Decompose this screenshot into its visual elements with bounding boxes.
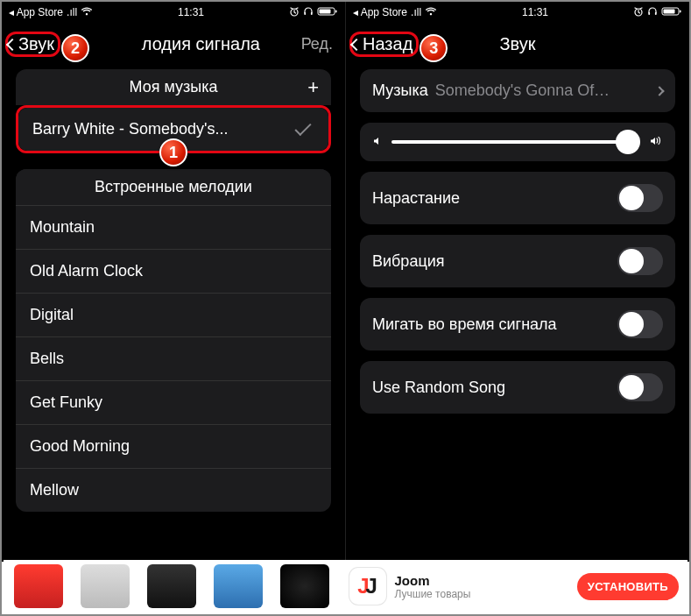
back-button[interactable]: Назад 3 xyxy=(349,32,419,57)
chevron-left-icon xyxy=(350,38,363,50)
nav-bar: Звук 2 лодия сигнала Ред. xyxy=(2,23,345,69)
builtin-header: Встроенные мелодии xyxy=(16,169,331,205)
svg-rect-5 xyxy=(335,10,337,12)
ad-product-watch xyxy=(280,564,329,608)
back-label: Звук xyxy=(18,34,54,54)
phones-row: ◂ App Store .ıll 11:31 xyxy=(2,2,689,562)
wifi-icon xyxy=(425,6,437,18)
ad-product-earbuds-red xyxy=(14,564,63,608)
status-time: 11:31 xyxy=(178,6,204,18)
random-row: Use Random Song xyxy=(360,361,675,414)
joom-subtitle: Лучшие товары xyxy=(395,588,568,600)
volume-slider-row xyxy=(360,123,675,161)
ad-product-earbuds-black xyxy=(147,564,196,608)
flash-row: Мигать во время сигнала xyxy=(360,298,675,350)
marker-2: 2 xyxy=(61,34,89,62)
rise-label: Нарастание xyxy=(372,189,460,208)
phone-right: ◂ App Store .ıll 11:31 xyxy=(346,2,689,562)
alarm-icon xyxy=(633,6,644,19)
music-row[interactable]: Музыка Somebody's Gonna Off... xyxy=(360,69,675,112)
status-right xyxy=(633,6,682,19)
random-label: Use Random Song xyxy=(372,379,505,397)
svg-rect-4 xyxy=(319,9,330,13)
vibration-switch[interactable] xyxy=(617,247,663,275)
builtin-list: Встроенные мелодии Mountain Old Alarm Cl… xyxy=(16,169,331,512)
back-button[interactable]: Звук 2 xyxy=(5,32,60,57)
joom-name: Joom xyxy=(395,573,568,588)
joom-logo-icon: JJ xyxy=(349,568,386,605)
list-item[interactable]: Good Morning xyxy=(16,424,331,468)
flash-label: Мигать во время сигнала xyxy=(372,315,557,334)
selected-song-highlight: Barry White - Somebody's... 1 xyxy=(16,105,331,153)
list-item[interactable]: Bells xyxy=(16,336,331,380)
back-to-appstore[interactable]: ◂ App Store xyxy=(9,6,63,18)
status-left: ◂ App Store .ıll xyxy=(353,6,437,18)
status-bar: ◂ App Store .ıll 11:31 xyxy=(2,2,345,23)
svg-rect-7 xyxy=(648,12,650,15)
chevron-right-icon xyxy=(654,86,664,96)
add-music-button[interactable]: + xyxy=(307,76,319,99)
back-to-appstore[interactable]: ◂ App Store xyxy=(353,6,407,18)
marker-3: 3 xyxy=(420,34,448,62)
wifi-icon xyxy=(81,6,93,18)
flash-switch[interactable] xyxy=(617,310,663,338)
alarm-icon xyxy=(289,6,300,19)
install-button[interactable]: УСТАНОВИТЬ xyxy=(577,573,679,600)
battery-icon xyxy=(317,6,338,19)
marker-1: 1 xyxy=(159,138,187,166)
list-item[interactable]: Mountain xyxy=(16,205,331,249)
music-label: Музыка xyxy=(372,81,428,100)
list-item[interactable]: Get Funky xyxy=(16,380,331,424)
svg-rect-2 xyxy=(311,12,313,15)
music-value: Somebody's Gonna Off... xyxy=(435,81,610,100)
volume-slider[interactable] xyxy=(391,140,640,144)
signal-icon: .ıll xyxy=(67,6,77,18)
rise-row: Нарастание xyxy=(360,172,675,224)
ad-product-charger xyxy=(81,564,130,608)
vibration-label: Вибрация xyxy=(372,252,445,271)
joom-text: Joom Лучшие товары xyxy=(395,573,568,600)
svg-rect-8 xyxy=(655,12,657,15)
my-music-header: Моя музыка + xyxy=(16,69,331,105)
canvas: ◂ App Store .ıll 11:31 xyxy=(0,0,691,616)
nav-title: Звук xyxy=(499,34,535,54)
chevron-left-icon xyxy=(6,38,18,50)
svg-rect-1 xyxy=(304,12,306,15)
edit-button[interactable]: Ред. xyxy=(301,35,342,53)
svg-rect-10 xyxy=(663,9,674,13)
headphones-icon xyxy=(647,6,658,19)
rise-switch[interactable] xyxy=(617,184,663,212)
checkmark-icon xyxy=(294,119,311,136)
nav-title: лодия сигнала xyxy=(142,34,260,54)
builtin-header-label: Встроенные мелодии xyxy=(95,178,252,195)
status-time: 11:31 xyxy=(522,6,548,18)
signal-icon: .ıll xyxy=(411,6,421,18)
speaker-low-icon xyxy=(372,135,383,149)
status-left: ◂ App Store .ıll xyxy=(9,6,93,18)
list-item[interactable]: Digital xyxy=(16,293,331,336)
phone-left: ◂ App Store .ıll 11:31 xyxy=(2,2,346,562)
vibration-row: Вибрация xyxy=(360,235,675,287)
status-bar: ◂ App Store .ıll 11:31 xyxy=(346,2,689,23)
list-item[interactable]: Old Alarm Clock xyxy=(16,249,331,293)
battery-icon xyxy=(661,6,682,19)
headphones-icon xyxy=(303,6,314,19)
random-switch[interactable] xyxy=(617,373,663,401)
ad-product-headphones xyxy=(214,564,263,608)
list-item[interactable]: Mellow xyxy=(16,468,331,512)
speaker-high-icon xyxy=(649,135,663,149)
song-title: Barry White - Somebody's... xyxy=(32,120,229,138)
svg-rect-11 xyxy=(680,10,681,12)
slider-thumb[interactable] xyxy=(616,130,640,154)
back-label: Назад xyxy=(363,34,412,54)
ad-products[interactable] xyxy=(4,560,341,612)
status-right xyxy=(289,6,338,19)
my-music-header-label: Моя музыка xyxy=(129,78,217,96)
nav-bar: Назад 3 Звук xyxy=(346,23,689,69)
ad-joom[interactable]: JJ Joom Лучшие товары УСТАНОВИТЬ xyxy=(341,560,688,612)
ad-banner: JJ Joom Лучшие товары УСТАНОВИТЬ xyxy=(4,560,687,612)
